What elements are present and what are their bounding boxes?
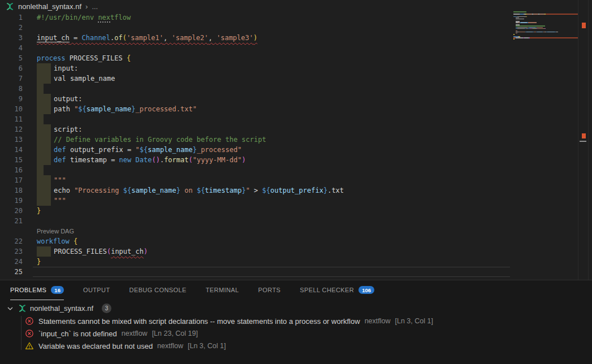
code-line-5[interactable]: 5process PROCESS_FILES { (0, 53, 512, 63)
panel-tab-problems[interactable]: PROBLEMS16 (10, 280, 64, 300)
code-token: val sample_name (54, 75, 115, 83)
code-token: ) (253, 34, 257, 42)
code-line-25[interactable]: 25 (0, 267, 512, 277)
code-line-22[interactable]: 22workflow { (0, 236, 512, 246)
line-number: 7 (0, 73, 23, 84)
code-token: ${ (197, 187, 205, 194)
code-token: timestamp = (66, 156, 119, 164)
panel-tab-spell-checker[interactable]: SPELL CHECKER106 (300, 280, 374, 300)
code-line-17[interactable]: 17""" (0, 175, 512, 185)
codelens-label[interactable]: Preview DAG (37, 228, 74, 235)
code-line-11[interactable]: 11 (0, 114, 512, 124)
code-token: input: (54, 64, 78, 72)
code-line-3[interactable]: 3input_ch = Channel.of('sample1', 'sampl… (0, 33, 512, 43)
problem-source: nextflow (365, 317, 391, 325)
code-token: input_ch (111, 248, 144, 255)
code-token: script: (54, 125, 83, 133)
code-token: format (164, 156, 188, 164)
code-token: """ (54, 176, 66, 184)
code-line-6[interactable]: 6input: (0, 63, 512, 73)
tab-whitespace-highlight (37, 114, 44, 124)
problem-message: Statements cannot be mixed with script d… (38, 317, 360, 326)
code-token: timestamp (205, 187, 241, 194)
code-token: output_prefix = (66, 146, 136, 154)
code-token: PROCESS_FILES (54, 248, 107, 255)
code-token: ( (152, 156, 155, 164)
tab-whitespace-highlight (37, 246, 51, 257)
tab-whitespace-highlight (37, 175, 51, 185)
code-token: output: (54, 95, 83, 103)
code-line-24[interactable]: 24} (0, 257, 512, 267)
overview-ruler-scrollbar[interactable] (578, 0, 589, 280)
code-line-2[interactable]: 2 (0, 23, 512, 33)
line-number: 2 (0, 23, 23, 33)
code-token: , (163, 34, 171, 42)
panel-tab-label: OUTPUT (83, 287, 110, 293)
line-number: 18 (0, 185, 23, 196)
code-line-7[interactable]: 7val sample_name (0, 73, 512, 84)
tab-whitespace-highlight (37, 155, 51, 165)
code-token: { (127, 54, 131, 62)
line-number: 12 (0, 124, 23, 135)
panel-tab-label: PORTS (258, 287, 281, 293)
code-line-12[interactable]: 12script: (0, 124, 512, 135)
code-line-4[interactable]: 4 (0, 43, 512, 53)
code-line-20[interactable]: 20} (0, 206, 512, 216)
error-icon (25, 329, 34, 338)
code-editor[interactable]: 1#!/usr/bin/env nextflow23input_ch = Cha… (0, 12, 512, 277)
code-token: } (37, 207, 41, 215)
code-token: " (136, 146, 140, 154)
code-token: // Define variables in Groovy code befor… (54, 136, 266, 144)
tab-whitespace-highlight (37, 124, 51, 135)
problem-source: nextflow (122, 330, 148, 337)
breadcrumb-more[interactable]: ... (92, 2, 98, 11)
line-number: 6 (0, 63, 23, 73)
code-line-15[interactable]: 15def timestamp = new Date().format("yyy… (0, 155, 512, 165)
code-line-8[interactable]: 8 (0, 84, 512, 94)
bottom-panel: PROBLEMS16OUTPUTDEBUG CONSOLETERMINALPOR… (0, 280, 592, 364)
code-line-10[interactable]: 10path "${sample_name}_processed.txt" (0, 104, 512, 114)
minimap[interactable] (513, 11, 578, 41)
problem-item-error[interactable]: `input_ch` is not definednextflow[Ln 23,… (0, 327, 592, 340)
problems-list: Statements cannot be mixed with script d… (0, 315, 592, 352)
tab-whitespace-highlight (37, 73, 51, 84)
line-number: 1 (0, 12, 23, 23)
code-line-1[interactable]: 1#!/usr/bin/env nextflow (0, 12, 512, 23)
problem-item-warning[interactable]: Variable was declared but not usednextfl… (0, 340, 592, 352)
code-line-13[interactable]: 13// Define variables in Groovy code bef… (0, 135, 512, 145)
code-token (70, 237, 74, 245)
code-token: _processed.txt" (136, 105, 197, 113)
breadcrumb-file[interactable]: nonlethal_syntax.nf (18, 2, 81, 11)
panel-tab-output[interactable]: OUTPUT (83, 280, 110, 300)
code-line-19[interactable]: 19""" (0, 196, 512, 206)
code-token: def (54, 156, 66, 164)
breadcrumb: nonlethal_syntax.nf › ... (0, 0, 592, 12)
chevron-down-icon[interactable] (6, 304, 15, 313)
panel-tab-badge: 106 (358, 286, 374, 294)
code-token: """ (54, 197, 66, 205)
line-number: 3 (0, 33, 23, 43)
code-line-16[interactable]: 16 (0, 165, 512, 175)
codelens-preview-dag[interactable]: Preview DAG (0, 226, 512, 236)
panel-tab-badge: 16 (51, 286, 64, 294)
code-token: process (37, 54, 66, 62)
nextflow-logo-icon (18, 304, 27, 313)
code-token: ( (123, 34, 127, 42)
problem-item-error[interactable]: Statements cannot be mixed with script d… (0, 315, 592, 327)
minimap-line (513, 40, 578, 41)
code-token: 'sample3' (217, 34, 253, 42)
tab-whitespace-highlight (37, 135, 51, 145)
code-line-9[interactable]: 9output: (0, 94, 512, 104)
panel-tab-ports[interactable]: PORTS (258, 280, 281, 300)
code-line-23[interactable]: 23PROCESS_FILES(input_ch) (0, 246, 512, 257)
problem-location: [Ln 3, Col 1] (188, 342, 226, 350)
panel-tab-debug-console[interactable]: DEBUG CONSOLE (129, 280, 187, 300)
code-token: #!/usr/bin/env (37, 14, 98, 21)
code-line-21[interactable]: 21 (0, 216, 512, 226)
panel-tab-terminal[interactable]: TERMINAL (206, 280, 239, 300)
line-number: 11 (0, 114, 23, 124)
code-line-18[interactable]: 18echo "Processing ${sample_name} on ${t… (0, 185, 512, 196)
tab-whitespace-highlight (37, 104, 51, 114)
code-line-14[interactable]: 14def output_prefix = "${sample_name}_pr… (0, 145, 512, 155)
problems-file-group[interactable]: nonlethal_syntax.nf 3 (0, 302, 592, 315)
